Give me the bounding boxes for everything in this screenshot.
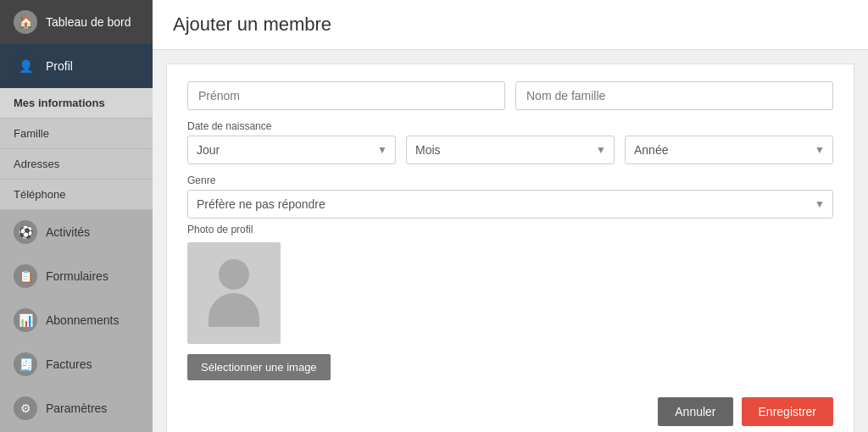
annuler-button[interactable]: Annuler [658,397,732,426]
sidebar-item-formulaires[interactable]: 📋 Formulaires [0,254,153,298]
sidebar-item-factures[interactable]: 🧾 Factures [0,342,153,386]
page-title: Ajouter un membre [173,14,848,36]
activities-icon: ⚽ [14,220,37,244]
genre-wrapper: Préfère ne pas répondre ▼ [187,190,833,219]
sidebar-label-activites: Activités [46,225,90,239]
genre-label: Genre [187,174,833,186]
form-container: Date de naissance Jour ▼ Mois ▼ Année [166,64,854,432]
date-row: Jour ▼ Mois ▼ Année ▼ [187,136,833,164]
page-header: Ajouter un membre [153,0,868,50]
main-content: Ajouter un membre Date de naissance Jour… [153,0,868,432]
sidebar-label-factures: Factures [46,357,92,371]
sidebar-item-telephone[interactable]: Téléphone [0,180,153,210]
invoices-icon: 🧾 [14,352,37,376]
sidebar-item-parametres[interactable]: ⚙ Paramètres [0,386,153,430]
home-icon: 🏠 [14,10,37,34]
sidebar-item-tableau-de-bord[interactable]: 🏠 Tableau de bord [0,0,153,44]
sidebar-label-parametres: Paramètres [46,402,107,415]
sidebar-item-mes-informations[interactable]: Mes informations [0,88,153,119]
person-avatar-icon [209,259,259,327]
sidebar-label-profil: Profil [46,59,73,73]
genre-section: Genre Préfère ne pas répondre ▼ [187,174,833,219]
annee-wrapper: Année ▼ [625,136,833,164]
date-naissance-section: Date de naissance Jour ▼ Mois ▼ Année [187,120,833,164]
sidebar-item-activites[interactable]: ⚽ Activités [0,210,153,254]
mois-select[interactable]: Mois [406,136,615,164]
mois-wrapper: Mois ▼ [406,136,615,164]
subscriptions-icon: 📊 [14,308,37,332]
sidebar: 🏠 Tableau de bord 👤 Profil Mes informati… [0,0,153,432]
date-naissance-label: Date de naissance [187,120,833,132]
sidebar-item-famille[interactable]: Famille [0,119,153,149]
forms-icon: 📋 [14,264,37,288]
jour-wrapper: Jour ▼ [187,136,396,164]
sidebar-label-abonnements: Abonnements [46,313,119,327]
name-row [187,81,833,110]
nom-input[interactable] [515,81,833,110]
sidebar-label-mes-informations: Mes informations [14,97,105,109]
form-actions: Annuler Enregistrer [187,397,833,426]
avatar-head [219,259,249,290]
sidebar-item-abonnements[interactable]: 📊 Abonnements [0,298,153,342]
sidebar-item-adresses[interactable]: Adresses [0,149,153,180]
photo-label: Photo de profil [187,224,833,235]
select-image-button[interactable]: Sélectionner une image [187,354,331,380]
sidebar-item-profil[interactable]: 👤 Profil [0,44,153,88]
user-icon: 👤 [14,54,37,78]
sidebar-label-adresses: Adresses [14,158,59,170]
photo-section: Photo de profil Sélectionner une image [187,224,833,380]
sidebar-label-telephone: Téléphone [14,188,65,201]
sidebar-label-tableau-de-bord: Tableau de bord [46,15,131,29]
jour-select[interactable]: Jour [187,136,396,164]
sidebar-label-famille: Famille [14,127,49,140]
annee-select[interactable]: Année [625,136,833,164]
sidebar-label-formulaires: Formulaires [46,269,108,283]
settings-icon: ⚙ [14,396,37,420]
photo-placeholder [187,242,281,344]
enregistrer-button[interactable]: Enregistrer [742,397,833,426]
prenom-input[interactable] [187,81,505,110]
genre-select[interactable]: Préfère ne pas répondre [187,190,833,219]
avatar-body [209,293,259,327]
